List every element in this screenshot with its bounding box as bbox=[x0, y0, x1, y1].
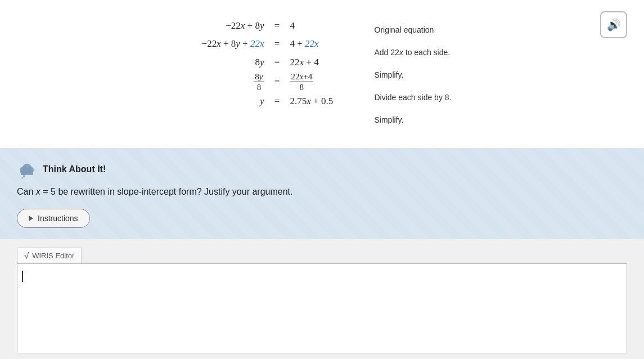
wiris-toolbar[interactable]: √ WIRIS Editor bbox=[17, 248, 82, 263]
eq-sign-5: = bbox=[269, 92, 286, 110]
eq-row-1: −22x + 8y = 4 bbox=[141, 17, 358, 35]
desc-3: Simplify. bbox=[375, 64, 504, 87]
desc-1: Original equation bbox=[375, 19, 504, 42]
desc-2: Add 22x to each side. bbox=[375, 42, 504, 64]
think-cloud-icon bbox=[17, 159, 37, 180]
instructions-button[interactable]: Instructions bbox=[17, 209, 90, 228]
think-icon bbox=[17, 159, 37, 180]
frac-lhs-4: 8y 8 bbox=[254, 71, 264, 92]
eq-row-2: −22x + 8y + 22x = 4 + 22x bbox=[141, 35, 358, 53]
svg-point-5 bbox=[22, 177, 24, 179]
eq-rhs-4: 22x+4 8 bbox=[290, 71, 358, 92]
think-section: Think About It! Can x = 5 be rewritten i… bbox=[0, 148, 644, 239]
eq-sign-1: = bbox=[269, 17, 286, 35]
equation-descriptions: Original equation Add 22x to each side. … bbox=[375, 17, 504, 131]
think-header: Think About It! bbox=[17, 159, 627, 180]
eq-sign-3: = bbox=[269, 53, 286, 71]
desc-4: Divide each side by 8. bbox=[375, 87, 504, 109]
eq-lhs-4: 8y 8 bbox=[141, 71, 264, 92]
instructions-label: Instructions bbox=[38, 214, 78, 223]
eq-row-5: y = 2.75x + 0.5 bbox=[141, 92, 358, 110]
frac-rhs-4: 22x+4 8 bbox=[290, 71, 314, 92]
eq-sign-2: = bbox=[269, 35, 286, 53]
eq-rhs-3: 22x + 4 bbox=[290, 53, 358, 71]
eq-lhs-1: −22x + 8y bbox=[141, 17, 264, 35]
think-question: Can x = 5 be rewritten in slope-intercep… bbox=[17, 185, 627, 199]
equation-display: −22x + 8y = 4 −22x + 8y + 22x = 4 + 22x … bbox=[141, 17, 358, 110]
sound-icon: 🔊 bbox=[607, 18, 621, 32]
eq-lhs-5: y bbox=[141, 92, 264, 110]
eq-row-4: 8y 8 = 22x+4 8 bbox=[141, 71, 358, 92]
eq-lhs-3: 8y bbox=[141, 53, 264, 71]
equation-section: −22x + 8y = 4 −22x + 8y + 22x = 4 + 22x … bbox=[0, 0, 644, 148]
frac-den-rhs: 8 bbox=[299, 82, 305, 92]
eq-lhs-2: −22x + 8y + 22x bbox=[141, 35, 264, 53]
frac-den-lhs: 8 bbox=[256, 82, 263, 92]
frac-num-lhs: 8y bbox=[254, 71, 264, 82]
eq-row-3: 8y = 22x + 4 bbox=[141, 53, 358, 71]
text-cursor bbox=[22, 271, 23, 282]
editor-section: √ WIRIS Editor bbox=[0, 239, 644, 359]
sound-button[interactable]: 🔊 bbox=[600, 11, 627, 38]
eq-rhs-2: 4 + 22x bbox=[290, 35, 358, 53]
sqrt-icon: √ bbox=[24, 251, 29, 261]
triangle-icon bbox=[29, 216, 33, 221]
svg-rect-3 bbox=[21, 170, 33, 175]
eq-rhs-5: 2.75x + 0.5 bbox=[290, 92, 358, 110]
desc-5: Simplify. bbox=[375, 109, 504, 132]
think-title: Think About It! bbox=[43, 164, 106, 174]
svg-point-4 bbox=[23, 175, 25, 177]
eq-sign-4: = bbox=[269, 73, 286, 91]
wiris-label: WIRIS Editor bbox=[32, 252, 74, 260]
frac-num-rhs: 22x+4 bbox=[290, 71, 314, 82]
eq-rhs-1: 4 bbox=[290, 17, 358, 35]
main-container: −22x + 8y = 4 −22x + 8y + 22x = 4 + 22x … bbox=[0, 0, 644, 359]
editor-box[interactable] bbox=[17, 263, 627, 353]
